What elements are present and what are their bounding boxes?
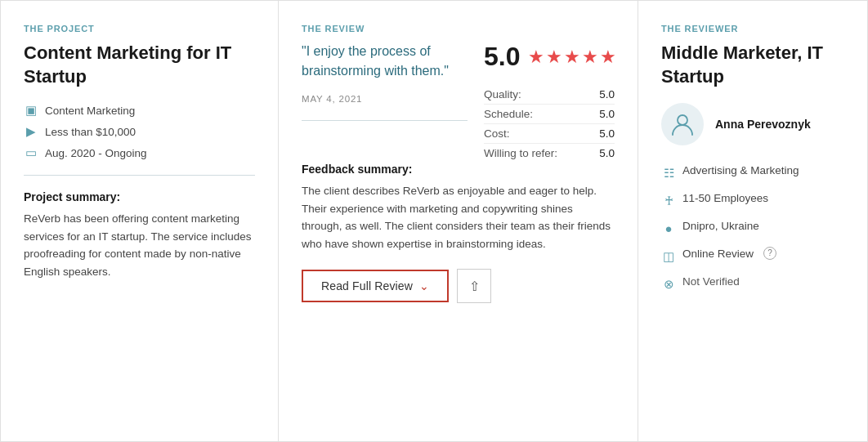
quality-label: Quality: <box>484 88 521 100</box>
review-section-label: THE REVIEW <box>302 24 615 33</box>
feedback-label: Feedback summary: <box>302 163 615 176</box>
star-4: ★ <box>582 47 598 68</box>
project-meta-list: ▣ Content Marketing ▶ Less than $10,000 … <box>24 103 255 160</box>
reviewer-profile: Anna Perevoznyk <box>661 103 844 145</box>
share-icon: ⇧ <box>469 279 480 294</box>
stars-container: ★ ★ ★ ★ ★ <box>528 47 616 68</box>
reviewer-section-label: THE REVIEWER <box>661 24 844 33</box>
reviewer-meta-verified: ⊗ Not Verified <box>661 275 844 292</box>
meta-item-budget: ▶ Less than $10,000 <box>24 124 255 139</box>
chevron-down-icon: ⌄ <box>419 279 429 292</box>
overall-score: 5.0 <box>484 42 520 72</box>
building-icon: ☷ <box>661 164 676 181</box>
project-summary-text: ReVerb has been offering content marketi… <box>24 210 255 280</box>
review-right: 5.0 ★ ★ ★ ★ ★ Quality: 5.0 Sche <box>484 42 615 163</box>
review-actions: Read Full Review ⌄ ⇧ <box>302 269 615 303</box>
question-badge: ? <box>763 247 776 260</box>
score-schedule: Schedule: 5.0 <box>484 105 615 124</box>
cost-label: Cost: <box>484 127 510 140</box>
willing-label: Willing to refer: <box>484 147 557 159</box>
reviewer-meta-location: ● Dnipro, Ukraine <box>661 219 844 237</box>
meta-budget-text: Less than $10,000 <box>45 126 136 138</box>
pin-icon: ● <box>661 220 676 237</box>
reviewer-meta-list: ☷ Advertising & Marketing ♰ 11-50 Employ… <box>661 163 844 292</box>
star-1: ★ <box>528 47 544 68</box>
read-full-review-label: Read Full Review <box>321 279 413 292</box>
reviewer-review-type-text: Online Review <box>682 247 754 262</box>
quality-value: 5.0 <box>599 88 615 100</box>
svg-point-0 <box>678 115 687 125</box>
willing-value: 5.0 <box>599 147 615 159</box>
score-row: 5.0 ★ ★ ★ ★ ★ <box>484 42 615 72</box>
score-quality: Quality: 5.0 <box>484 85 615 105</box>
star-2: ★ <box>546 47 562 68</box>
review-quote: "I enjoy the process of brainstorming wi… <box>302 42 468 81</box>
project-summary-label: Project summary: <box>24 190 255 203</box>
people-icon: ♰ <box>661 192 676 209</box>
cost-value: 5.0 <box>599 127 615 140</box>
meta-item-date: ▭ Aug. 2020 - Ongoing <box>24 145 255 160</box>
reviewer-meta-review-type: ◫ Online Review ? <box>661 247 844 265</box>
x-circle-icon: ⊗ <box>661 275 676 292</box>
read-full-review-button[interactable]: Read Full Review ⌄ <box>302 270 449 302</box>
reviewer-title: Middle Marketer, IT Startup <box>661 42 844 88</box>
score-cost: Cost: 5.0 <box>484 124 615 144</box>
review-panel: THE REVIEW "I enjoy the process of brain… <box>279 1 638 441</box>
score-willing: Willing to refer: 5.0 <box>484 144 615 163</box>
avatar <box>661 103 704 145</box>
speech-icon: ◫ <box>661 248 676 265</box>
review-left: "I enjoy the process of brainstorming wi… <box>302 42 484 163</box>
schedule-value: 5.0 <box>599 108 615 120</box>
reviewer-location-text: Dnipro, Ukraine <box>682 219 759 234</box>
review-card: THE PROJECT Content Marketing for IT Sta… <box>0 0 868 442</box>
score-details: Quality: 5.0 Schedule: 5.0 Cost: 5.0 Wil… <box>484 85 615 163</box>
review-quote-section: "I enjoy the process of brainstorming wi… <box>302 42 468 121</box>
reviewer-employees-text: 11-50 Employees <box>682 191 768 207</box>
calendar-icon: ▭ <box>24 145 38 160</box>
reviewer-panel: THE REVIEWER Middle Marketer, IT Startup… <box>638 1 867 441</box>
share-button[interactable]: ⇧ <box>457 269 491 303</box>
monitor-icon: ▣ <box>24 103 38 118</box>
star-3: ★ <box>564 47 580 68</box>
reviewer-industry-text: Advertising & Marketing <box>682 163 799 179</box>
reviewer-name: Anna Perevoznyk <box>715 118 811 131</box>
reviewer-verified-text: Not Verified <box>682 275 740 290</box>
project-divider <box>24 175 255 176</box>
project-section-label: THE PROJECT <box>24 24 255 33</box>
feedback-text: The client describes ReVerb as enjoyable… <box>302 182 615 252</box>
schedule-label: Schedule: <box>484 108 533 120</box>
project-title: Content Marketing for IT Startup <box>24 42 255 88</box>
review-date: MAY 4, 2021 <box>302 94 468 104</box>
review-top-section: "I enjoy the process of brainstorming wi… <box>302 42 615 163</box>
meta-item-category: ▣ Content Marketing <box>24 103 255 118</box>
star-5: ★ <box>600 47 616 68</box>
project-panel: THE PROJECT Content Marketing for IT Sta… <box>1 1 279 441</box>
reviewer-meta-industry: ☷ Advertising & Marketing <box>661 163 844 181</box>
meta-date-text: Aug. 2020 - Ongoing <box>45 147 147 159</box>
reviewer-meta-employees: ♰ 11-50 Employees <box>661 191 844 209</box>
tag-icon: ▶ <box>24 124 38 139</box>
meta-category-text: Content Marketing <box>45 105 135 117</box>
